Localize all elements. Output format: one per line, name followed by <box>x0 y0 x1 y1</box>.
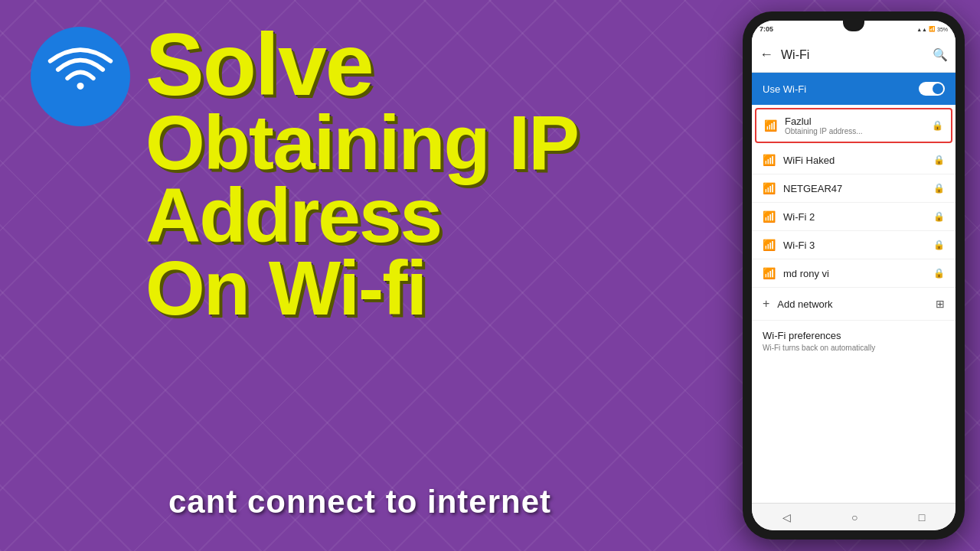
network-list: 📶 Fazlul Obtaining IP address... 🔒 📶 WiF… <box>752 105 956 503</box>
wifi-network-icon-active: 📶 <box>764 119 777 132</box>
status-time: 7:05 <box>760 25 773 33</box>
wifi-preferences-title: Wi-Fi preferences <box>763 330 945 341</box>
signal-icon: ▲▲ <box>916 27 927 32</box>
wifi-network-icon-1: 📶 <box>763 154 776 166</box>
network-status-active: Obtaining IP address... <box>785 127 924 135</box>
top-section: Solve Obtaining IP Address On Wi-fi <box>31 23 689 324</box>
phone-container: 7:05 ▲▲ 📶 35% ← Wi-Fi 🔍 Use Wi-Fi <box>743 11 965 540</box>
lock-icon-4: 🔒 <box>933 240 945 250</box>
use-wifi-row[interactable]: Use Wi-Fi <box>752 73 956 105</box>
nav-recents-btn[interactable]: □ <box>919 511 925 523</box>
toggle-knob <box>933 83 943 94</box>
network-item-active[interactable]: 📶 Fazlul Obtaining IP address... 🔒 <box>755 108 952 143</box>
wifi-preferences-subtitle: Wi-Fi turns back on automatically <box>763 344 945 352</box>
network-info-4: Wi-Fi 3 <box>783 240 926 251</box>
wifi-network-icon-3: 📶 <box>763 210 776 223</box>
network-item-3[interactable]: 📶 Wi-Fi 2 🔒 <box>752 203 956 231</box>
title-line-2: Obtaining IP <box>145 106 578 179</box>
network-info-5: md rony vi <box>783 268 926 279</box>
add-network-label: Add network <box>777 298 928 310</box>
wifi-status-icon: 📶 <box>929 26 936 32</box>
main-title: Solve Obtaining IP Address On Wi-fi <box>145 23 578 324</box>
network-item-4[interactable]: 📶 Wi-Fi 3 🔒 <box>752 231 956 259</box>
network-info-active: Fazlul Obtaining IP address... <box>785 116 924 135</box>
network-info-2: NETGEAR47 <box>783 183 926 194</box>
wifi-network-icon-2: 📶 <box>763 182 776 194</box>
network-name-5: md rony vi <box>783 268 926 279</box>
network-item-1[interactable]: 📶 WiFi Haked 🔒 <box>752 146 956 174</box>
network-item-2[interactable]: 📶 NETGEAR47 🔒 <box>752 174 956 203</box>
nav-back-btn[interactable]: ◁ <box>782 511 791 523</box>
add-icon: + <box>763 297 769 311</box>
phone-bottom-nav: ◁ ○ □ <box>752 503 956 530</box>
back-button[interactable]: ← <box>760 47 773 63</box>
status-icons: ▲▲ 📶 35% <box>916 26 948 32</box>
lock-icon-1: 🔒 <box>933 155 945 165</box>
add-network-row[interactable]: + Add network ⊞ <box>752 288 956 321</box>
subtitle: cant connect to internet <box>31 484 689 528</box>
title-line-4: On Wi-fi <box>145 252 578 324</box>
network-info-3: Wi-Fi 2 <box>783 211 926 223</box>
network-name-1: WiFi Haked <box>783 155 926 166</box>
phone-screen: 7:05 ▲▲ 📶 35% ← Wi-Fi 🔍 Use Wi-Fi <box>752 21 956 530</box>
left-content: Solve Obtaining IP Address On Wi-fi cant… <box>0 0 720 551</box>
network-info-1: WiFi Haked <box>783 155 926 166</box>
lock-icon-active: 🔒 <box>932 120 943 131</box>
network-name-4: Wi-Fi 3 <box>783 240 926 251</box>
app-bar: ← Wi-Fi 🔍 <box>752 37 956 73</box>
search-button[interactable]: 🔍 <box>933 47 948 62</box>
use-wifi-label: Use Wi-Fi <box>763 83 806 95</box>
wifi-icon <box>46 42 115 111</box>
qr-icon: ⊞ <box>936 298 945 310</box>
wifi-preferences-row[interactable]: Wi-Fi preferences Wi-Fi turns back on au… <box>752 321 956 361</box>
lock-icon-3: 🔒 <box>933 211 945 222</box>
wifi-network-icon-4: 📶 <box>763 239 776 251</box>
title-line-1: Solve <box>145 23 578 106</box>
wifi-network-icon-5: 📶 <box>763 267 776 279</box>
lock-icon-5: 🔒 <box>933 268 945 279</box>
wifi-toggle[interactable] <box>919 82 945 96</box>
lock-icon-2: 🔒 <box>933 183 945 194</box>
title-line-3: Address <box>145 179 578 252</box>
network-name-active: Fazlul <box>785 116 924 127</box>
network-item-5[interactable]: 📶 md rony vi 🔒 <box>752 259 956 288</box>
wifi-icon-circle <box>31 27 130 126</box>
phone-outer: 7:05 ▲▲ 📶 35% ← Wi-Fi 🔍 Use Wi-Fi <box>743 11 965 540</box>
network-name-3: Wi-Fi 2 <box>783 211 926 223</box>
nav-home-btn[interactable]: ○ <box>851 511 858 523</box>
network-name-2: NETGEAR47 <box>783 183 926 194</box>
app-title: Wi-Fi <box>781 48 925 62</box>
battery-icon: 35% <box>937 27 948 32</box>
